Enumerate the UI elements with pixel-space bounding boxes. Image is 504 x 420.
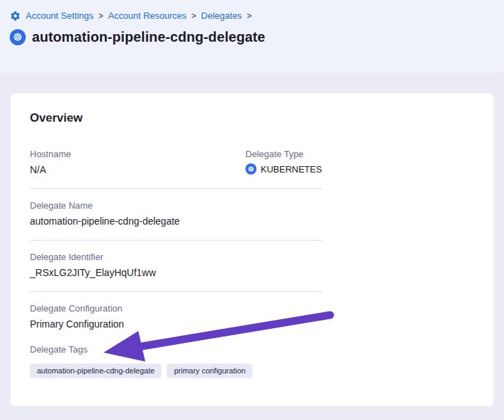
hostname-label: Hostname (30, 148, 245, 161)
breadcrumb-separator: > (247, 10, 252, 22)
delegate-tags-list: automation-pipeline-cdng-delegate primar… (30, 364, 322, 378)
page-header: Account Settings > Account Resources > D… (0, 0, 504, 73)
delegate-identifier-value: _RSxLG2JITy_ElayHqUf1ww (30, 266, 322, 280)
field-delegate-type: Delegate Type ☸ KUBERNETES (245, 148, 322, 177)
breadcrumb-link-account-settings[interactable]: Account Settings (26, 10, 94, 22)
field-row-delegate-name: Delegate Name automation-pipeline-cdng-d… (30, 189, 322, 241)
overview-fields: Hostname N/A Delegate Type ☸ KUBERNETES … (30, 125, 322, 378)
delegate-type-text: KUBERNETES (261, 164, 322, 175)
page-title: automation-pipeline-cdng-delegate (32, 29, 266, 45)
breadcrumb: Account Settings > Account Resources > D… (10, 10, 494, 22)
field-row-hostname-type: Hostname N/A Delegate Type ☸ KUBERNETES (30, 125, 322, 189)
delegate-configuration-label: Delegate Configuration (30, 302, 322, 315)
breadcrumb-separator: > (191, 10, 196, 22)
delegate-tag: primary configuration (167, 364, 252, 378)
field-delegate-tags: Delegate Tags automation-pipeline-cdng-d… (30, 344, 322, 378)
breadcrumb-separator: > (99, 10, 104, 22)
delegate-type-label: Delegate Type (245, 148, 322, 161)
title-row: ☸ automation-pipeline-cdng-delegate (10, 29, 494, 45)
delegate-tag: automation-pipeline-cdng-delegate (30, 364, 161, 378)
breadcrumb-link-account-resources[interactable]: Account Resources (108, 10, 187, 22)
hostname-value: N/A (30, 163, 245, 177)
delegate-name-value: automation-pipeline-cdng-delegate (30, 215, 322, 228)
delegate-name-label: Delegate Name (30, 200, 322, 212)
overview-card: Overview Hostname N/A Delegate Type ☸ KU… (10, 92, 494, 407)
settings-gear-icon (10, 10, 21, 22)
kubernetes-icon: ☸ (245, 163, 257, 175)
field-row-delegate-identifier: Delegate Identifier _RSxLG2JITy_ElayHqUf… (30, 241, 322, 292)
field-hostname: Hostname N/A (30, 148, 245, 177)
field-row-delegate-configuration: Delegate Configuration Primary Configura… (30, 292, 322, 331)
delegate-configuration-value: Primary Configuration (30, 318, 322, 331)
breadcrumb-link-delegates[interactable]: Delegates (201, 10, 242, 22)
delegate-identifier-label: Delegate Identifier (30, 251, 322, 264)
overview-heading: Overview (30, 111, 474, 125)
delegate-type-value: ☸ KUBERNETES (245, 163, 322, 175)
kubernetes-icon: ☸ (10, 29, 26, 45)
delegate-tags-label: Delegate Tags (30, 344, 322, 356)
